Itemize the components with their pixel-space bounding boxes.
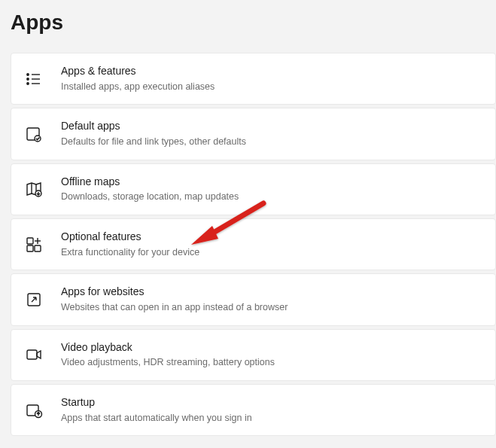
video-playback-item[interactable]: Video playback Video adjustments, HDR st…	[11, 329, 496, 381]
list-item-text: Offline maps Downloads, storage location…	[61, 175, 239, 204]
video-icon	[25, 346, 43, 364]
list-item-title: Optional features	[61, 230, 199, 245]
svg-rect-12	[27, 245, 33, 251]
apps-and-features-item[interactable]: Apps & features Installed apps, app exec…	[11, 53, 496, 105]
list-item-text: Video playback Video adjustments, HDR st…	[61, 340, 275, 370]
list-item-subtitle: Downloads, storage location, map updates	[61, 190, 239, 204]
list-item-title: Startup	[61, 395, 252, 410]
svg-rect-11	[27, 238, 33, 244]
svg-point-0	[27, 73, 29, 75]
optional-features-icon	[25, 236, 43, 254]
page-title: Apps	[0, 0, 496, 53]
map-icon	[25, 180, 43, 198]
default-apps-item[interactable]: Default apps Defaults for file and link …	[11, 108, 496, 160]
list-item-subtitle: Defaults for file and link types, other …	[61, 135, 246, 149]
list-item-text: Startup Apps that start automatically wh…	[61, 395, 252, 425]
svg-point-1	[27, 78, 29, 79]
list-item-title: Offline maps	[61, 175, 239, 190]
svg-point-2	[27, 82, 29, 84]
list-item-subtitle: Installed apps, app execution aliases	[61, 80, 215, 94]
list-item-subtitle: Extra functionality for your device	[61, 245, 199, 260]
list-item-text: Apps & features Installed apps, app exec…	[61, 64, 215, 93]
startup-item[interactable]: Startup Apps that start automatically wh…	[11, 384, 496, 436]
apps-list-icon	[25, 70, 43, 88]
offline-maps-item[interactable]: Offline maps Downloads, storage location…	[11, 163, 496, 215]
list-item-text: Default apps Defaults for file and link …	[61, 119, 246, 148]
list-item-title: Apps for websites	[61, 285, 288, 300]
default-apps-icon	[25, 125, 43, 143]
list-item-subtitle: Apps that start automatically when you s…	[61, 411, 252, 425]
list-item-title: Apps & features	[61, 64, 215, 79]
svg-rect-13	[35, 245, 41, 251]
optional-features-item[interactable]: Optional features Extra functionality fo…	[11, 218, 496, 270]
list-item-title: Video playback	[61, 340, 275, 355]
svg-rect-17	[27, 350, 37, 359]
list-item-subtitle: Video adjustments, HDR streaming, batter…	[61, 355, 275, 370]
apps-settings-list: Apps & features Installed apps, app exec…	[0, 53, 496, 436]
apps-for-websites-icon	[25, 291, 43, 309]
list-item-subtitle: Websites that can open in an app instead…	[61, 300, 288, 315]
startup-icon	[25, 401, 43, 419]
list-item-text: Optional features Extra functionality fo…	[61, 230, 199, 259]
list-item-title: Default apps	[61, 119, 246, 134]
apps-for-websites-item[interactable]: Apps for websites Websites that can open…	[11, 273, 496, 325]
list-item-text: Apps for websites Websites that can open…	[61, 285, 288, 314]
